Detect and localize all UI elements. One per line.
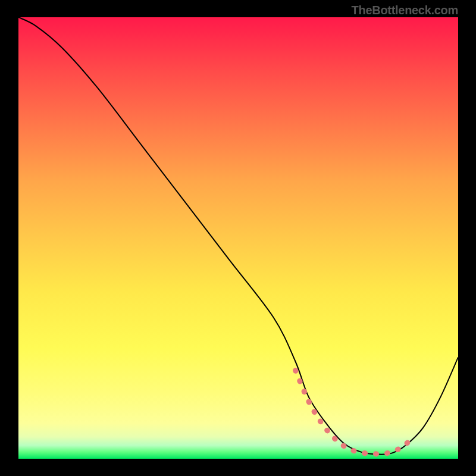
chart-svg (18, 17, 458, 459)
attribution-text: TheBottleneck.com (352, 4, 458, 17)
highlighted-range (296, 371, 415, 454)
marker-layer (296, 371, 415, 454)
chart-container: TheBottleneck.com (0, 0, 476, 476)
curve-layer (18, 17, 458, 455)
bottleneck-curve (18, 17, 458, 455)
